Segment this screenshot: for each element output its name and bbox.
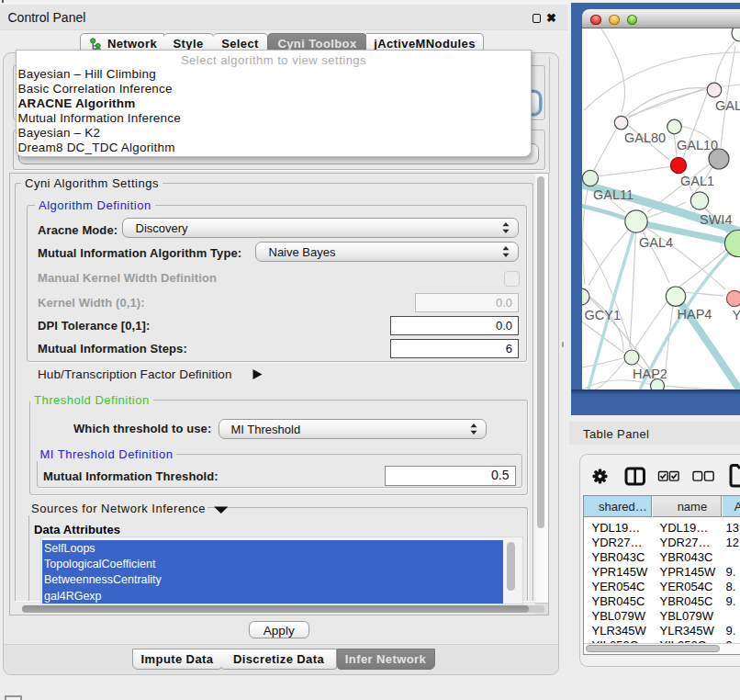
svg-text:GAL10: GAL10 bbox=[677, 138, 718, 152]
svg-text:HAP2: HAP2 bbox=[633, 367, 667, 381]
svg-text:SWI4: SWI4 bbox=[700, 212, 732, 227]
svg-text:GAL80: GAL80 bbox=[624, 130, 666, 145]
svg-text:Y: Y bbox=[733, 308, 740, 322]
svg-text:HAP4: HAP4 bbox=[678, 307, 712, 322]
svg-text:GAL11: GAL11 bbox=[593, 187, 633, 202]
svg-text:GAL7: GAL7 bbox=[715, 98, 740, 113]
svg-text:GAL1: GAL1 bbox=[680, 174, 714, 188]
svg-text:GCY1: GCY1 bbox=[585, 308, 622, 322]
svg-text:GAL4: GAL4 bbox=[639, 235, 673, 250]
